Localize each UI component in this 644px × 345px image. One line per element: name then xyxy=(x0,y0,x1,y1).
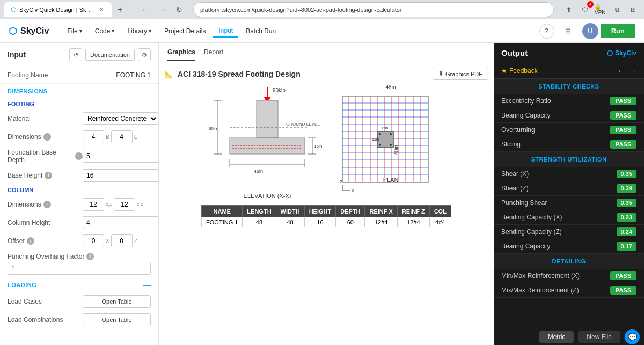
load-cases-button[interactable]: Open Table xyxy=(83,295,151,308)
dim-l-input[interactable] xyxy=(111,130,133,143)
punching-value-input[interactable] xyxy=(8,262,151,275)
material-row: Material Reinforced Concrete ▾ xyxy=(0,109,158,128)
offset-label: Offset i xyxy=(8,237,83,245)
dimensions-text: Dimensions xyxy=(8,133,41,141)
loading-collapse-icon: — xyxy=(143,281,151,289)
svg-point-45 xyxy=(379,133,381,135)
sidebar-icon[interactable]: ⊞ xyxy=(627,3,640,16)
tab-report[interactable]: Report xyxy=(204,44,223,61)
offset-info-icon[interactable]: i xyxy=(27,237,34,245)
dim-info-icon[interactable]: i xyxy=(43,133,51,141)
new-tab-button[interactable]: + xyxy=(114,3,127,16)
metric-button[interactable]: Metric xyxy=(539,331,574,343)
active-tab[interactable]: ⬡ SkyCiv Quick Design | SkyCiv F... ✕ xyxy=(4,2,112,17)
height-info-icon[interactable]: i xyxy=(45,172,52,179)
tab-title: SkyCiv Quick Design | SkyCiv F... xyxy=(19,6,94,13)
share-icon[interactable]: ⬆ xyxy=(562,3,575,16)
tab-close-icon[interactable]: ✕ xyxy=(98,6,105,13)
arrow-right-btn[interactable]: → xyxy=(629,67,636,75)
depth-info-icon[interactable]: i xyxy=(75,152,83,160)
refresh-button[interactable]: ↺ xyxy=(69,48,82,61)
star-icon: ★ xyxy=(501,67,507,75)
chat-icon[interactable]: 💬 xyxy=(625,329,640,344)
punching-shear-label: Punching Shear xyxy=(501,199,547,207)
arrow-left-btn[interactable]: ← xyxy=(617,67,625,75)
overturning-badge: PASS xyxy=(610,126,636,134)
plan-label: PLAN xyxy=(383,177,399,183)
address-text: platform.skyciv.com/quick-design?uid=800… xyxy=(200,6,402,13)
forward-button[interactable]: → xyxy=(155,2,170,17)
browser-chrome: ⬡ SkyCiv Quick Design | SkyCiv F... ✕ + … xyxy=(0,0,644,19)
col-header-reinf-z: REINF Z xyxy=(397,206,429,217)
svg-text:60in: 60in xyxy=(209,126,217,131)
batch-run-btn[interactable]: Batch Run xyxy=(240,25,281,37)
output-title: Output xyxy=(501,48,528,57)
punching-shear-badge: 0.35 xyxy=(617,199,636,207)
punching-row: Punching Overhang Factor i xyxy=(0,250,158,277)
col-info-icon[interactable]: i xyxy=(43,201,51,208)
project-details-btn[interactable]: Project Details xyxy=(159,25,211,37)
dim-b-label: B xyxy=(106,134,109,140)
bearing-value-row: Bearing Capacity 0.17 xyxy=(494,239,644,254)
shear-z-label: Shear (Z) xyxy=(501,185,529,192)
extensions-icon[interactable]: ⧉ xyxy=(611,3,624,16)
col-c1-input[interactable] xyxy=(83,198,104,211)
col-height-input[interactable] xyxy=(83,216,159,229)
library-menu[interactable]: Library ▾ xyxy=(122,25,157,37)
app-header: ⬡ SkyCiv File ▾ Code ▾ Library ▾ Project… xyxy=(0,19,644,43)
svg-text:Z: Z xyxy=(340,179,343,185)
punching-info-icon[interactable]: i xyxy=(86,253,94,260)
base-height-input[interactable] xyxy=(83,169,159,182)
load-cases-row: Load Cases Open Table xyxy=(0,292,158,311)
file-chevron: ▾ xyxy=(79,28,82,34)
back-button[interactable]: ← xyxy=(137,2,152,17)
svg-point-46 xyxy=(390,133,392,135)
load-combinations-button[interactable]: Open Table xyxy=(83,313,151,326)
graphics-pdf-button[interactable]: ⬇ Graphics PDF xyxy=(433,68,488,80)
elevation-diagram: 90kip GROUND LEVEL xyxy=(208,84,326,199)
col-dim-label: Dimensions i xyxy=(8,201,83,208)
dimensions-title: DIMENSIONS xyxy=(8,88,48,94)
sliding-badge: PASS xyxy=(610,140,636,149)
documentation-button[interactable]: Documentation xyxy=(85,49,135,61)
settings-button[interactable]: ⚙ xyxy=(138,48,151,61)
code-menu[interactable]: Code ▾ xyxy=(90,25,120,37)
reload-button[interactable]: ↻ xyxy=(172,2,187,17)
vpn-button[interactable]: 🔒VPN xyxy=(595,3,608,16)
offset-text: Offset xyxy=(8,237,25,245)
app-logo: ⬡ SkyCiv xyxy=(9,25,49,37)
offset-z-input[interactable] xyxy=(111,234,133,247)
graphics-title-row: 📐 ACI 318-19 Spread Footing Design ⬇ Gra… xyxy=(164,68,488,80)
app-toolbar: File ▾ Code ▾ Library ▾ Project Details … xyxy=(62,23,635,39)
punching-shear-row: Punching Shear 0.35 xyxy=(494,196,644,210)
offset-x-input[interactable] xyxy=(83,234,104,247)
help-button[interactable]: ? xyxy=(539,24,554,39)
tab-graphics[interactable]: Graphics xyxy=(167,44,195,61)
feedback-button[interactable]: ★ Feedback xyxy=(501,67,538,75)
loading-section[interactable]: LOADING — xyxy=(0,277,158,292)
shear-x-label: Shear (X) xyxy=(501,170,529,178)
dimensions-section[interactable]: DIMENSIONS — xyxy=(0,84,158,99)
input-label: Input xyxy=(218,27,233,34)
col-dimensions-row: Dimensions i c,1 c,2 xyxy=(0,195,158,214)
material-select[interactable]: Reinforced Concrete xyxy=(83,112,158,125)
detailing-section-title: DETAILING xyxy=(494,254,644,269)
col-header-length: LENGTH xyxy=(243,206,276,217)
file-menu[interactable]: File ▾ xyxy=(62,25,87,37)
user-avatar[interactable]: U xyxy=(582,23,598,39)
input-tab[interactable]: Input xyxy=(213,25,238,38)
foundation-depth-input[interactable] xyxy=(83,150,159,163)
svg-text:X: X xyxy=(352,188,355,193)
run-button[interactable]: Run xyxy=(601,24,635,38)
address-bar[interactable]: platform.skyciv.com/quick-design?uid=800… xyxy=(193,2,554,17)
grid-button[interactable]: ⊞ xyxy=(561,24,576,39)
library-chevron: ▾ xyxy=(149,28,151,34)
eccentricity-badge: PASS xyxy=(610,97,636,105)
foundation-depth-text: Foundation Base Depth xyxy=(8,149,73,164)
shear-z-row: Shear (Z) 0.39 xyxy=(494,181,644,196)
panel-actions: ↺ Documentation ⚙ xyxy=(69,48,151,61)
dim-b-input[interactable] xyxy=(83,130,104,143)
col-c2-input[interactable] xyxy=(114,198,135,211)
code-label: Code xyxy=(95,27,111,35)
new-file-button[interactable]: New File xyxy=(578,331,620,343)
